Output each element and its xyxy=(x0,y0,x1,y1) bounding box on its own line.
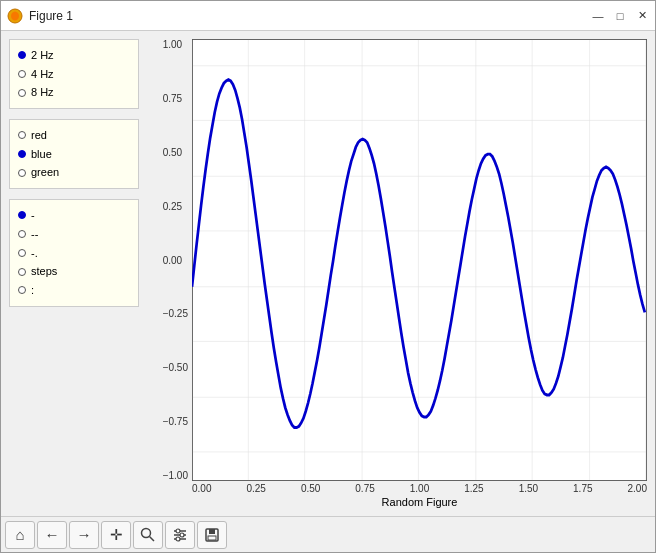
legend-item-8hz: 8 Hz xyxy=(18,83,130,102)
legend-label-dashed: -- xyxy=(31,225,38,244)
y-label-0: 1.00 xyxy=(163,39,188,50)
legend-dot-dotdash xyxy=(18,249,26,257)
legend-dot-8hz xyxy=(18,89,26,97)
color-legend: red blue green xyxy=(9,119,139,189)
legend-item-4hz: 4 Hz xyxy=(18,65,130,84)
legend-label-2hz: 2 Hz xyxy=(31,46,54,65)
legend-label-4hz: 4 Hz xyxy=(31,65,54,84)
legend-dot-4hz xyxy=(18,70,26,78)
svg-point-25 xyxy=(180,533,184,537)
style-legend: - -- -. steps xyxy=(9,199,139,306)
legend-label-red: red xyxy=(31,126,47,145)
close-button[interactable]: ✕ xyxy=(635,9,649,23)
legend-dot-green xyxy=(18,169,26,177)
svg-rect-29 xyxy=(208,536,216,540)
zoom-button[interactable] xyxy=(133,521,163,549)
legend-label-green: green xyxy=(31,163,59,182)
legend-item-dashed: -- xyxy=(18,225,130,244)
y-labels: 1.00 0.75 0.50 0.25 0.00 −0.25 −0.50 −0.… xyxy=(163,39,188,481)
legend-item-solid: - xyxy=(18,206,130,225)
x-label-7: 1.75 xyxy=(573,483,592,494)
legend-dot-colon xyxy=(18,286,26,294)
y-label-3: 0.25 xyxy=(163,201,188,212)
y-axis: 1.00 0.75 0.50 0.25 0.00 −0.25 −0.50 −0.… xyxy=(147,39,192,481)
legend-item-green: green xyxy=(18,163,130,182)
window-icon xyxy=(7,8,23,24)
legend-dot-steps xyxy=(18,268,26,276)
plot-container: 2 Hz 4 Hz 8 Hz red xyxy=(9,39,647,508)
settings-button[interactable] xyxy=(165,521,195,549)
legend-label-solid: - xyxy=(31,206,35,225)
frequency-legend: 2 Hz 4 Hz 8 Hz xyxy=(9,39,139,109)
settings-icon xyxy=(172,527,188,543)
x-label-6: 1.50 xyxy=(519,483,538,494)
toolbar: ⌂ ← → ✛ xyxy=(1,516,655,552)
svg-point-19 xyxy=(142,528,151,537)
legend-label-8hz: 8 Hz xyxy=(31,83,54,102)
legend-label-blue: blue xyxy=(31,145,52,164)
save-icon xyxy=(204,527,220,543)
legend-item-2hz: 2 Hz xyxy=(18,46,130,65)
x-label-1: 0.25 xyxy=(246,483,265,494)
main-area: 2 Hz 4 Hz 8 Hz red xyxy=(1,31,655,516)
legend-item-blue: blue xyxy=(18,145,130,164)
y-label-6: −0.50 xyxy=(163,362,188,373)
minimize-button[interactable]: — xyxy=(591,9,605,23)
chart-area: 1.00 0.75 0.50 0.25 0.00 −0.25 −0.50 −0.… xyxy=(147,39,647,508)
svg-line-20 xyxy=(150,536,155,541)
home-button[interactable]: ⌂ xyxy=(5,521,35,549)
legend-dot-solid xyxy=(18,211,26,219)
legend-item-red: red xyxy=(18,126,130,145)
legend-dot-dashed xyxy=(18,230,26,238)
legend-dot-blue xyxy=(18,150,26,158)
y-label-1: 0.75 xyxy=(163,93,188,104)
back-button[interactable]: ← xyxy=(37,521,67,549)
legend-item-colon: : xyxy=(18,281,130,300)
legend-item-steps: steps xyxy=(18,262,130,281)
restore-button[interactable]: □ xyxy=(613,9,627,23)
svg-point-26 xyxy=(176,537,180,541)
legend-label-dotdash: -. xyxy=(31,244,38,263)
y-label-4: 0.00 xyxy=(163,255,188,266)
legend-item-dotdash: -. xyxy=(18,244,130,263)
window-title: Figure 1 xyxy=(29,9,591,23)
x-label-0: 0.00 xyxy=(192,483,211,494)
y-label-8: −1.00 xyxy=(163,470,188,481)
window-controls: — □ ✕ xyxy=(591,9,649,23)
svg-rect-28 xyxy=(209,529,215,534)
legend-label-colon: : xyxy=(31,281,34,300)
x-label-4: 1.00 xyxy=(410,483,429,494)
y-label-5: −0.25 xyxy=(163,308,188,319)
y-label-7: −0.75 xyxy=(163,416,188,427)
plot-svg[interactable] xyxy=(192,39,647,481)
legend-label-steps: steps xyxy=(31,262,57,281)
legends-panel: 2 Hz 4 Hz 8 Hz red xyxy=(9,39,139,508)
forward-button[interactable]: → xyxy=(69,521,99,549)
x-label-3: 0.75 xyxy=(355,483,374,494)
legend-dot-red xyxy=(18,131,26,139)
x-label-8: 2.00 xyxy=(628,483,647,494)
x-axis-area: 0.00 0.25 0.50 0.75 1.00 1.25 1.50 1.75 … xyxy=(147,481,647,494)
x-label-5: 1.25 xyxy=(464,483,483,494)
save-button[interactable] xyxy=(197,521,227,549)
titlebar: Figure 1 — □ ✕ xyxy=(1,1,655,31)
svg-point-24 xyxy=(176,529,180,533)
x-label-2: 0.50 xyxy=(301,483,320,494)
figure-window: Figure 1 — □ ✕ 2 Hz 4 Hz xyxy=(0,0,656,553)
x-axis-title: Random Figure xyxy=(147,494,647,508)
chart-wrapper: 1.00 0.75 0.50 0.25 0.00 −0.25 −0.50 −0.… xyxy=(147,39,647,481)
x-labels: 0.00 0.25 0.50 0.75 1.00 1.25 1.50 1.75 … xyxy=(192,481,647,494)
y-label-2: 0.50 xyxy=(163,147,188,158)
legend-dot-2hz xyxy=(18,51,26,59)
zoom-icon xyxy=(140,527,156,543)
pan-button[interactable]: ✛ xyxy=(101,521,131,549)
